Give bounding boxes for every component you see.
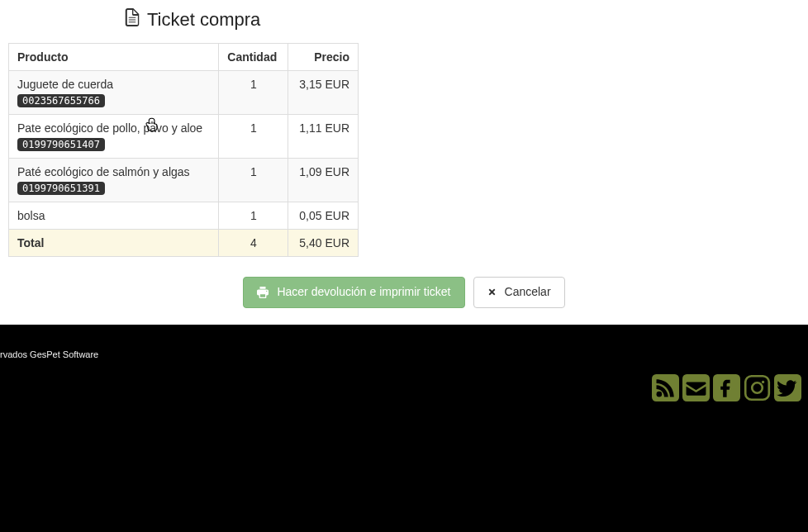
cancel-button[interactable]: Cancelar <box>473 277 565 308</box>
rss-icon[interactable] <box>652 374 679 401</box>
product-name: Paté ecológico de salmón y algas <box>17 165 210 178</box>
table-row: Pate ecológico de pollo, pavo y aloe 019… <box>9 115 359 159</box>
page-title: Ticket compra <box>124 8 800 31</box>
social-links <box>0 374 801 401</box>
product-price: 1,09 EUR <box>288 159 359 202</box>
product-name: bolsa <box>17 209 210 222</box>
return-print-label: Hacer devolución e imprimir ticket <box>277 284 450 301</box>
product-name: Pate ecológico de pollo, pavo y aloe <box>17 121 210 135</box>
product-code: 0199790651407 <box>17 138 105 151</box>
product-qty: 1 <box>219 115 288 159</box>
total-qty: 4 <box>219 230 288 257</box>
col-quantity: Cantidad <box>219 44 288 71</box>
table-row: Paté ecológico de salmón y algas 0199790… <box>9 159 359 202</box>
twitter-icon[interactable] <box>774 374 801 401</box>
instagram-icon[interactable] <box>744 374 771 401</box>
table-row: bolsa 1 0,05 EUR <box>9 202 359 230</box>
product-qty: 1 <box>219 71 288 115</box>
svg-point-6 <box>762 380 764 382</box>
product-code: 0023567655766 <box>17 94 105 107</box>
page-footer: rvados GesPet Software <box>0 325 808 532</box>
svg-rect-4 <box>745 376 769 400</box>
table-row: Juguete de cuerda 0023567655766 1 3,15 E… <box>9 71 359 115</box>
facebook-icon[interactable] <box>713 374 740 401</box>
print-icon <box>257 287 269 298</box>
actions-bar: Hacer devolución e imprimir ticket Cance… <box>8 277 800 308</box>
mail-icon[interactable] <box>682 374 710 401</box>
close-icon <box>487 287 497 297</box>
product-qty: 1 <box>219 202 288 230</box>
total-label: Total <box>9 230 219 257</box>
svg-rect-0 <box>652 374 679 401</box>
footer-copyright: rvados GesPet Software <box>0 349 801 359</box>
svg-point-5 <box>752 382 763 393</box>
product-price: 0,05 EUR <box>288 202 359 230</box>
total-row: Total 4 5,40 EUR <box>9 230 359 257</box>
svg-point-1 <box>657 391 663 397</box>
total-price: 5,40 EUR <box>288 230 359 257</box>
product-qty: 1 <box>219 159 288 202</box>
page-title-text: Ticket compra <box>147 9 260 31</box>
product-price: 1,11 EUR <box>288 115 359 159</box>
col-price: Precio <box>288 44 359 71</box>
product-code: 0199790651391 <box>17 182 105 195</box>
document-icon <box>124 8 140 31</box>
product-name: Juguete de cuerda <box>17 78 210 91</box>
product-price: 3,15 EUR <box>288 71 359 115</box>
col-product: Producto <box>9 44 219 71</box>
return-print-button[interactable]: Hacer devolución e imprimir ticket <box>243 277 464 308</box>
ticket-table: Producto Cantidad Precio Juguete de cuer… <box>8 43 359 257</box>
cancel-label: Cancelar <box>505 284 551 301</box>
